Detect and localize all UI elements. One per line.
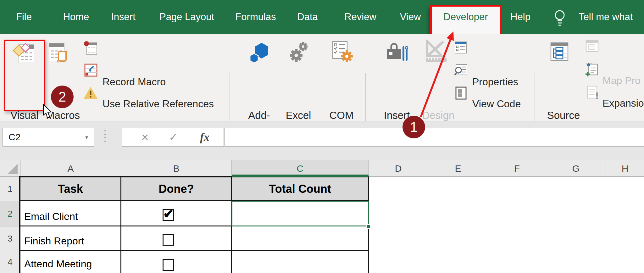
use-relative-references-icon[interactable]	[84, 63, 98, 77]
row-header-3[interactable]: 3	[0, 226, 20, 251]
fill-handle[interactable]	[366, 224, 370, 229]
formula-bar: C2 ▼ × ✓ fx	[0, 121, 644, 160]
formula-input[interactable]	[225, 128, 644, 147]
tab-home[interactable]: Home	[63, 0, 89, 34]
map-properties-icon	[585, 40, 599, 53]
name-box-dropdown-icon[interactable]: ▼	[84, 135, 89, 140]
cell-a2[interactable]: Email Client	[20, 201, 120, 226]
cancel-icon[interactable]: ×	[141, 130, 148, 144]
col-header-f[interactable]: F	[488, 160, 546, 177]
lightbulb-icon[interactable]	[553, 8, 567, 27]
check-mark-icon: ✔	[163, 211, 174, 217]
insert-function-icon[interactable]: fx	[200, 131, 209, 144]
col-header-b[interactable]: B	[121, 160, 232, 177]
tab-data[interactable]: Data	[297, 0, 318, 34]
row-header-1[interactable]: 1	[0, 177, 20, 201]
col-header-d[interactable]: D	[369, 160, 428, 177]
cell-a4[interactable]: Attend Meeting	[20, 251, 120, 273]
col-header-h[interactable]: H	[606, 160, 644, 177]
view-code-button[interactable]: View Code	[472, 98, 521, 110]
mouse-cursor-icon	[42, 104, 53, 119]
step-1-badge: 1	[402, 116, 425, 138]
source-icon[interactable]	[548, 42, 569, 62]
ribbon-developer: Visual Basic Macros Record Macro	[0, 34, 644, 121]
selected-cell-c2[interactable]	[231, 201, 369, 226]
record-macro-icon[interactable]	[84, 41, 98, 55]
properties-button[interactable]: Properties	[472, 76, 518, 88]
map-properties-button-disabled: Map Pro	[602, 75, 641, 86]
tab-file[interactable]: File	[16, 0, 32, 34]
design-mode-icon	[423, 40, 452, 65]
macros-icon[interactable]	[47, 42, 69, 64]
cell-b1[interactable]: Done?	[121, 177, 231, 200]
select-all-triangle-icon	[8, 164, 18, 174]
expansion-packs-button[interactable]: Expansio	[602, 98, 644, 109]
col-header-a[interactable]: A	[20, 160, 121, 177]
cell-c1[interactable]: Total Count	[232, 177, 368, 200]
col-header-g[interactable]: G	[546, 160, 606, 177]
insert-controls-icon[interactable]	[386, 42, 408, 64]
name-box[interactable]: C2 ▼	[3, 128, 94, 147]
row-header-2[interactable]: 2	[0, 201, 20, 226]
refresh-data-icon	[585, 85, 599, 99]
tell-me-search[interactable]: Tell me what	[579, 0, 633, 34]
excel-add-ins-icon[interactable]	[288, 42, 309, 63]
add-ins-icon[interactable]	[248, 42, 271, 64]
tab-formulas[interactable]: Formulas	[235, 0, 276, 34]
formula-buttons: × ✓ fx	[122, 128, 224, 147]
run-dialog-icon[interactable]	[455, 86, 467, 100]
tab-view[interactable]: View	[400, 0, 421, 34]
expansion-packs-icon[interactable]	[585, 62, 599, 77]
menu-bar: File Home Insert Page Layout Formulas Da…	[0, 0, 644, 34]
checkbox-unchecked[interactable]	[163, 234, 174, 246]
cell-a3[interactable]: Finish Report	[20, 226, 120, 250]
tab-help[interactable]: Help	[510, 0, 530, 34]
tab-page-layout[interactable]: Page Layout	[159, 0, 214, 34]
properties-icon[interactable]	[454, 41, 467, 54]
excel-window: File Home Insert Page Layout Formulas Da…	[0, 0, 644, 273]
row-header-4[interactable]: 4	[0, 251, 20, 273]
visual-basic-highlight-box	[4, 40, 45, 111]
checkbox-unchecked[interactable]	[163, 259, 174, 271]
tab-insert[interactable]: Insert	[111, 0, 136, 34]
view-code-icon[interactable]	[454, 64, 468, 77]
name-box-value: C2	[8, 128, 20, 146]
use-relative-references-button[interactable]: Use Relative References	[103, 98, 214, 110]
cell-a1[interactable]: Task	[20, 177, 120, 200]
source-button[interactable]: Source	[547, 109, 580, 121]
checkbox-checked[interactable]: ✔	[163, 209, 174, 221]
enter-icon[interactable]: ✓	[169, 131, 178, 143]
selected-column-underline	[232, 175, 369, 177]
select-all-corner[interactable]	[0, 160, 20, 177]
formula-bar-separator	[104, 130, 106, 142]
col-header-e[interactable]: E	[428, 160, 488, 177]
tab-review[interactable]: Review	[344, 0, 376, 34]
step-2-badge: 2	[51, 86, 74, 108]
macro-security-icon[interactable]	[83, 86, 98, 100]
tab-developer[interactable]: Developer	[443, 0, 488, 34]
com-add-ins-icon[interactable]	[330, 41, 353, 63]
record-macro-button[interactable]: Record Macro	[103, 76, 166, 88]
